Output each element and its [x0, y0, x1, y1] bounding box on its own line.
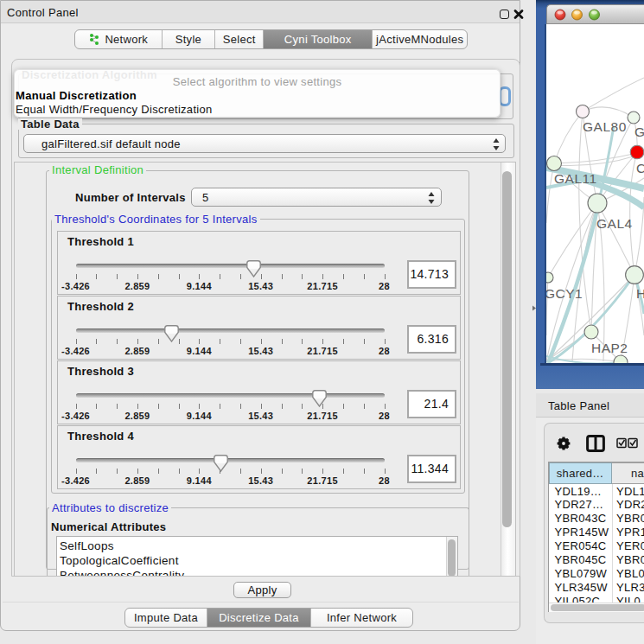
svg-text:HAP2: HAP2 [591, 341, 628, 355]
svg-text:GAL80: GAL80 [583, 119, 627, 134]
svg-text:GCY1: GCY1 [546, 286, 583, 301]
svg-text:H: H [636, 286, 644, 301]
svg-text:GAL11: GAL11 [554, 171, 597, 186]
svg-text:C: C [636, 161, 644, 175]
svg-text:GA: GA [634, 124, 644, 139]
svg-text:GAL4: GAL4 [596, 216, 633, 231]
